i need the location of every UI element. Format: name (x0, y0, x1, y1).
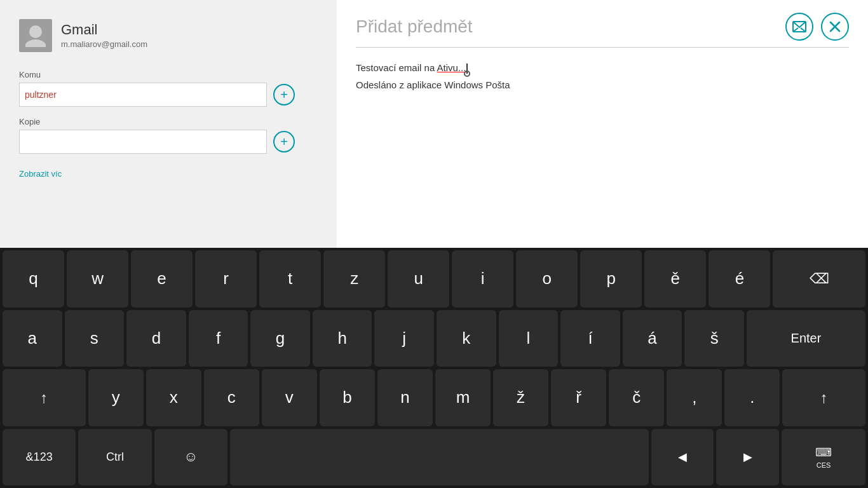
virtual-keyboard: q w e r t z u i o p ě é ⌫ a s d f g h j … (0, 248, 868, 488)
shift-left-icon: ↑ (40, 389, 48, 407)
key-ccaron[interactable]: č (609, 369, 664, 426)
keyboard-lang-label: CES (817, 461, 831, 469)
key-w[interactable]: w (67, 250, 128, 308)
key-zcaron[interactable]: ž (493, 369, 548, 426)
cc-label: Kopie (19, 117, 318, 126)
key-period[interactable]: . (724, 369, 780, 426)
header-actions (785, 13, 849, 41)
keyboard-row-3: ↑ y x c v b n m ž ř č , . ↑ (3, 369, 865, 426)
key-symbols[interactable]: &123 (3, 429, 76, 486)
add-to-button[interactable]: + (273, 84, 295, 105)
key-shift-left[interactable]: ↑ (3, 369, 86, 426)
key-eacute[interactable]: é (709, 250, 770, 308)
key-h[interactable]: h (313, 310, 372, 367)
key-keyboard-layout[interactable]: ⌨ CES (782, 429, 865, 486)
key-arrow-right[interactable]: ▶ (716, 429, 779, 486)
body-underlined: Ativu... (437, 62, 466, 73)
keyboard-row-1: q w e r t z u i o p ě é ⌫ (3, 250, 865, 308)
key-n[interactable]: n (377, 369, 433, 426)
key-t[interactable]: t (259, 250, 321, 308)
key-enter[interactable]: Enter (747, 310, 865, 367)
account-details: Gmail m.maliarov@gmail.com (61, 22, 147, 50)
email-header: Přidat předmět (356, 13, 849, 41)
key-z[interactable]: z (323, 250, 385, 308)
right-panel[interactable]: Přidat předmět (337, 0, 868, 248)
key-a[interactable]: a (3, 310, 62, 367)
key-b[interactable]: b (320, 369, 375, 426)
key-rcaron[interactable]: ř (551, 369, 606, 426)
key-q[interactable]: q (3, 250, 64, 308)
key-k[interactable]: k (437, 310, 496, 367)
email-signature: Odesláno z aplikace Windows Pošta (356, 79, 849, 90)
key-p[interactable]: p (580, 250, 642, 308)
account-info: Gmail m.maliarov@gmail.com (19, 19, 318, 52)
key-arrow-left[interactable]: ◀ (651, 429, 714, 486)
svg-point-1 (25, 39, 46, 47)
email-body[interactable]: Testovací email na Ativu... (356, 60, 849, 76)
key-m[interactable]: m (435, 369, 491, 426)
key-e[interactable]: e (131, 250, 193, 308)
key-i[interactable]: i (452, 250, 513, 308)
to-input[interactable] (19, 83, 267, 107)
key-aacute[interactable]: á (623, 310, 682, 367)
key-v[interactable]: v (262, 369, 317, 426)
key-c[interactable]: c (204, 369, 259, 426)
to-label: Komu (19, 70, 318, 79)
key-l[interactable]: l (499, 310, 559, 367)
compose-area: Gmail m.maliarov@gmail.com Komu + Kopie … (0, 0, 868, 248)
key-emoji[interactable]: ☺ (154, 429, 227, 486)
backspace-icon: ⌫ (810, 271, 829, 287)
avatar (19, 19, 52, 52)
key-o[interactable]: o (516, 250, 578, 308)
key-backspace[interactable]: ⌫ (773, 250, 865, 308)
key-g[interactable]: g (250, 310, 310, 367)
key-d[interactable]: d (126, 310, 186, 367)
cc-input[interactable] (19, 130, 267, 154)
cc-field-group: Kopie + (19, 117, 318, 154)
key-u[interactable]: u (388, 250, 449, 308)
key-s[interactable]: s (65, 310, 125, 367)
show-more-link[interactable]: Zobrazit víc (19, 169, 62, 179)
add-cc-button[interactable]: + (273, 131, 295, 152)
shift-right-icon: ↑ (820, 389, 828, 407)
svg-point-0 (29, 25, 42, 38)
to-row: + (19, 83, 318, 107)
key-space[interactable] (230, 429, 649, 486)
account-email: m.maliarov@gmail.com (61, 39, 147, 49)
key-x[interactable]: x (146, 369, 201, 426)
keyboard-icon: ⌨ (815, 445, 832, 459)
cc-row: + (19, 130, 318, 154)
keyboard-row-2: a s d f g h j k l í á š Enter (3, 310, 865, 367)
key-j[interactable]: j (374, 310, 434, 367)
to-field-group: Komu + (19, 70, 318, 107)
divider (356, 47, 849, 48)
left-panel: Gmail m.maliarov@gmail.com Komu + Kopie … (0, 0, 337, 248)
close-button[interactable] (821, 13, 849, 41)
key-r[interactable]: r (195, 250, 257, 308)
send-button[interactable] (785, 13, 813, 41)
account-name: Gmail (61, 22, 147, 38)
subject-placeholder[interactable]: Přidat předmět (356, 17, 473, 37)
key-scaron[interactable]: š (684, 310, 744, 367)
key-iacute[interactable]: í (560, 310, 620, 367)
key-comma[interactable]: , (667, 369, 722, 426)
key-shift-right[interactable]: ↑ (782, 369, 865, 426)
key-ctrl[interactable]: Ctrl (78, 429, 151, 486)
key-ecaron[interactable]: ě (644, 250, 706, 308)
cursor-dot (464, 71, 470, 77)
keyboard-row-4: &123 Ctrl ☺ ◀ ▶ ⌨ CES (3, 429, 865, 486)
key-f[interactable]: f (189, 310, 248, 367)
key-y[interactable]: y (88, 369, 144, 426)
